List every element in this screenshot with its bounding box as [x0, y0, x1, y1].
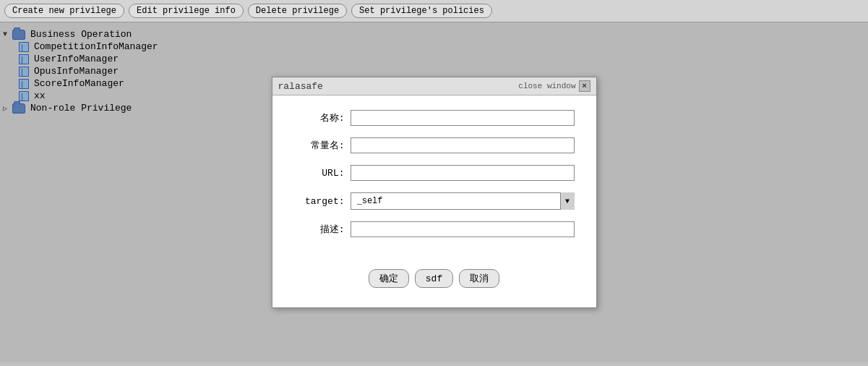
main-area: ▼Business OperationCompetitionInfoManage… [0, 22, 868, 362]
dialog-body: 名称:常量名:URL:target:_self_blank_parent_top… [272, 95, 596, 263]
cancel-button[interactable]: 取消 [459, 269, 499, 288]
delete-privilege-button[interactable]: Delete privilege [248, 4, 347, 18]
form-label-url-field: URL: [294, 168, 345, 179]
description-field[interactable] [351, 221, 575, 237]
set-privileges-policies-button[interactable]: Set privilege's policies [351, 4, 492, 18]
form-label-target-field: target: [294, 196, 345, 207]
form-row-target-field: target:_self_blank_parent_top▼ [294, 192, 575, 210]
dialog-footer: 确定sdf取消 [272, 269, 596, 302]
url-field[interactable] [351, 165, 575, 181]
target-field[interactable]: _self_blank_parent_top [351, 192, 575, 210]
form-row-constant-name-field: 常量名: [294, 137, 575, 153]
constant-name-field[interactable] [351, 137, 575, 153]
edit-privilege-info-button[interactable]: Edit privilege info [129, 4, 244, 18]
dialog-titlebar: ralasafe close window × [272, 77, 596, 95]
dialog-overlay: ralasafe close window × 名称:常量名:URL:targe… [0, 22, 868, 362]
form-label-constant-name-field: 常量名: [294, 139, 345, 152]
dialog-close-area: close window × [518, 80, 590, 92]
form-label-name-field: 名称: [294, 111, 345, 124]
dialog: ralasafe close window × 名称:常量名:URL:targe… [272, 77, 597, 308]
form-row-url-field: URL: [294, 165, 575, 181]
name-field[interactable] [351, 110, 575, 126]
create-new-privilege-button[interactable]: Create new privilege [4, 4, 124, 18]
toolbar: Create new privilegeEdit privilege infoD… [0, 0, 868, 22]
sdf-button[interactable]: sdf [415, 269, 453, 288]
close-button[interactable]: × [579, 80, 590, 92]
form-label-description-field: 描述: [294, 223, 345, 236]
dialog-title: ralasafe [278, 81, 323, 92]
form-row-name-field: 名称: [294, 110, 575, 126]
confirm-button[interactable]: 确定 [369, 269, 409, 288]
select-wrapper-target-field: _self_blank_parent_top▼ [351, 192, 575, 210]
form-row-description-field: 描述: [294, 221, 575, 237]
close-window-text[interactable]: close window [518, 82, 575, 90]
